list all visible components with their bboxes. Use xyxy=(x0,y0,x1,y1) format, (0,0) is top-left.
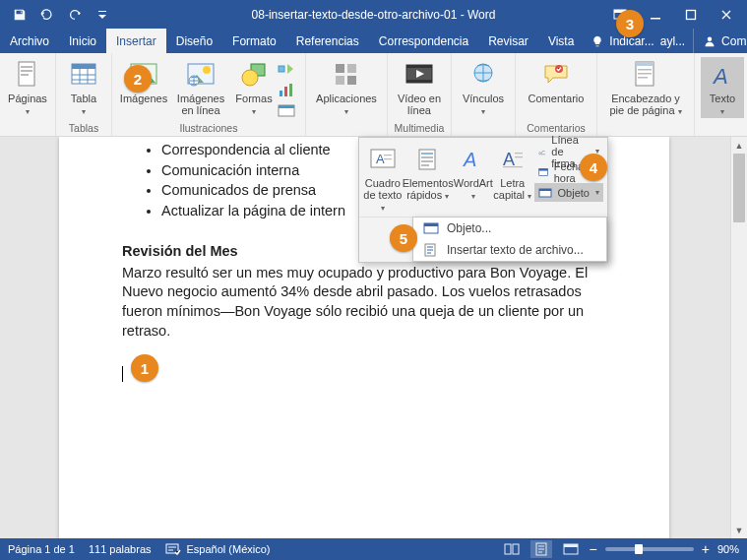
svg-rect-62 xyxy=(505,544,511,554)
save-icon[interactable] xyxy=(8,3,31,27)
imagenes-en-linea-button[interactable]: Imágenes en línea xyxy=(171,57,230,116)
video-label: Vídeo en línea xyxy=(394,93,445,116)
vinculos-button[interactable]: Vínculos▾ xyxy=(458,57,509,118)
paginas-button[interactable]: Páginas▾ xyxy=(6,57,49,118)
group-label-paginas xyxy=(6,122,49,136)
group-label-texto xyxy=(701,122,747,136)
vertical-scrollbar[interactable]: ▲ ▼ xyxy=(730,137,747,538)
scroll-up-icon[interactable]: ▲ xyxy=(731,137,747,154)
submenu-insertar-texto[interactable]: Insertar texto de archivo... xyxy=(413,239,606,261)
svg-rect-53 xyxy=(503,166,523,167)
tab-diseno[interactable]: Diseño xyxy=(166,29,222,53)
tab-insertar[interactable]: Insertar xyxy=(106,29,166,53)
objeto-item[interactable]: Objeto ▾ xyxy=(534,183,603,202)
status-proofing[interactable]: Español (México) xyxy=(165,542,271,556)
svg-rect-37 xyxy=(638,77,648,79)
lightbulb-icon xyxy=(591,35,603,47)
tab-correspondencia[interactable]: Correspondencia xyxy=(369,29,478,53)
svg-rect-63 xyxy=(513,544,519,554)
encabezado-pie-button[interactable]: Encabezado y pie de página ▾ xyxy=(603,57,688,118)
svg-text:A: A xyxy=(712,64,728,88)
aplicaciones-button[interactable]: Aplicaciones▾ xyxy=(312,57,381,118)
object-icon xyxy=(423,221,439,235)
object-icon xyxy=(538,187,552,199)
video-en-linea-button[interactable]: Vídeo en línea xyxy=(394,57,445,116)
tab-archivo[interactable]: Archivo xyxy=(0,29,59,53)
zoom-level[interactable]: 90% xyxy=(717,543,739,555)
texto-button[interactable]: A Texto▾ xyxy=(701,57,744,118)
wordart-button[interactable]: A WordArt▾ xyxy=(454,142,493,203)
letra-capital-button[interactable]: A Letra capital ▾ xyxy=(493,142,532,203)
group-tablas: Tabla▾ Tablas xyxy=(56,53,112,136)
svg-rect-8 xyxy=(21,74,29,76)
cuadro-texto-button[interactable]: A Cuadro de texto ▾ xyxy=(363,142,403,215)
svg-rect-46 xyxy=(421,156,433,158)
tab-formato[interactable]: Formato xyxy=(222,29,286,53)
svg-rect-57 xyxy=(539,189,551,191)
read-mode-icon[interactable] xyxy=(501,540,523,558)
ribbon: Páginas▾ Tabla▾ Tablas Imágenes Imágenes… xyxy=(0,53,747,137)
group-label-tablas: Tablas xyxy=(62,122,105,136)
svg-rect-6 xyxy=(21,66,32,68)
zoom-slider-knob[interactable] xyxy=(635,544,643,554)
wordart-icon: A xyxy=(458,144,489,175)
svg-rect-42 xyxy=(384,155,392,156)
screenshot-icon[interactable] xyxy=(278,104,299,120)
group-label-multimedia: Multimedia xyxy=(394,122,445,136)
scroll-down-icon[interactable]: ▼ xyxy=(731,522,747,538)
svg-rect-52 xyxy=(515,156,523,157)
svg-rect-36 xyxy=(638,73,652,75)
svg-rect-43 xyxy=(384,158,392,159)
proofing-icon xyxy=(165,542,181,556)
aplicaciones-label: Aplicaciones xyxy=(316,93,377,104)
close-icon[interactable] xyxy=(710,3,743,27)
qat-customize-icon[interactable] xyxy=(91,3,114,27)
callout-4: 4 xyxy=(580,154,607,181)
callout-5: 5 xyxy=(390,224,417,252)
status-page[interactable]: Página 1 de 1 xyxy=(8,543,75,555)
chart-icon[interactable] xyxy=(278,83,299,100)
callout-1: 1 xyxy=(131,354,158,382)
zoom-out-icon[interactable]: − xyxy=(590,541,597,557)
tab-vista[interactable]: Vista xyxy=(538,29,584,53)
zoom-in-icon[interactable]: + xyxy=(702,541,710,557)
redo-icon[interactable] xyxy=(63,3,87,27)
svg-rect-20 xyxy=(284,87,287,96)
callout-2: 2 xyxy=(124,65,152,93)
print-layout-icon[interactable] xyxy=(530,540,552,558)
tab-referencias[interactable]: Referencias xyxy=(286,29,369,53)
elementos-rapidos-button[interactable]: Elementos rápidos ▾ xyxy=(403,142,454,203)
svg-rect-18 xyxy=(279,66,284,72)
svg-point-14 xyxy=(203,66,211,74)
tab-inicio[interactable]: Inicio xyxy=(59,29,106,53)
web-layout-icon[interactable] xyxy=(560,540,582,558)
maximize-icon[interactable] xyxy=(674,3,708,27)
submenu-objeto-label: Objeto... xyxy=(447,221,491,235)
minimize-icon[interactable] xyxy=(639,3,672,27)
tab-revisar[interactable]: Revisar xyxy=(478,29,538,53)
submenu-objeto[interactable]: Objeto... xyxy=(413,218,606,239)
share-button[interactable]: Compartir xyxy=(693,29,747,53)
group-label-encabezado xyxy=(603,122,688,136)
group-texto: A Texto▾ Ω Símbolos▾ xyxy=(695,53,747,136)
user-icon xyxy=(704,35,716,47)
quick-access-toolbar xyxy=(0,3,114,27)
group-paginas: Páginas▾ xyxy=(0,53,56,136)
letra-capital-label: Letra capital xyxy=(493,177,525,201)
chevron-down-icon: ▾ xyxy=(595,188,599,197)
smartart-icon[interactable] xyxy=(278,61,299,79)
formas-button[interactable]: Formas▾ xyxy=(232,57,276,118)
objeto-label: Objeto xyxy=(558,187,590,199)
undo-icon[interactable] xyxy=(35,3,59,27)
scroll-thumb[interactable] xyxy=(733,154,745,222)
imagenes-label: Imágenes xyxy=(120,93,167,104)
status-bar: Página 1 de 1 111 palabras Español (Méxi… xyxy=(0,538,747,560)
status-word-count[interactable]: 111 palabras xyxy=(89,543,152,555)
user-name: ayl... xyxy=(660,34,685,48)
svg-rect-21 xyxy=(289,84,292,96)
submenu-insertar-texto-label: Insertar texto de archivo... xyxy=(447,243,584,257)
tabla-button[interactable]: Tabla▾ xyxy=(62,57,105,118)
zoom-slider[interactable] xyxy=(605,547,694,551)
svg-rect-27 xyxy=(347,76,356,85)
comentario-button[interactable]: Comentario xyxy=(522,57,591,104)
